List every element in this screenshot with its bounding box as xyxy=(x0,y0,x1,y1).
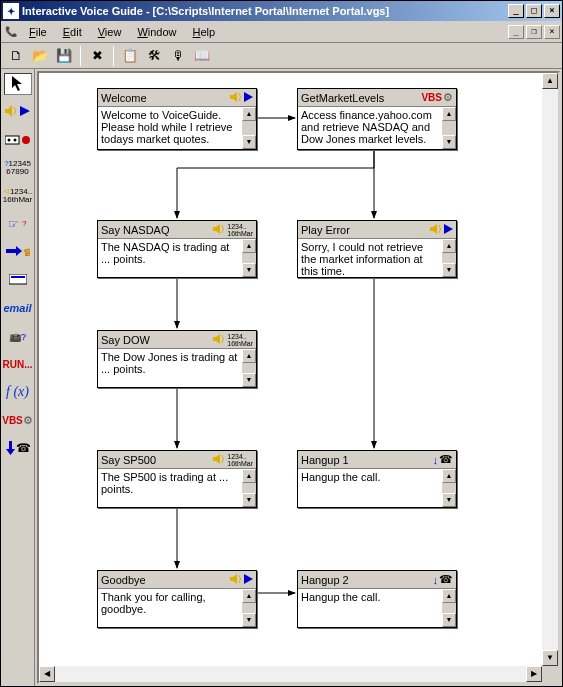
svg-rect-11 xyxy=(9,274,27,284)
screen-icon xyxy=(9,274,27,286)
svg-marker-23 xyxy=(244,92,253,102)
gear-icon: ⚙ xyxy=(443,91,453,104)
palette-screen[interactable] xyxy=(4,269,32,291)
mdi-close-button[interactable]: × xyxy=(544,25,560,39)
svg-marker-9 xyxy=(6,246,22,256)
scroll-right-button[interactable]: ▶ xyxy=(526,666,542,682)
palette-run[interactable]: RUN... xyxy=(4,353,32,375)
tool-palette: ?1234567890 ⊲1234..16thMar ☞? ☎ email 📠?… xyxy=(1,69,35,686)
svg-marker-30 xyxy=(244,574,253,584)
svg-text:☎: ☎ xyxy=(23,247,30,258)
node-saydow[interactable]: Say DOW 1234..16thMar The Dow Jones is t… xyxy=(97,330,257,388)
vbs-badge: VBS xyxy=(421,92,442,103)
vbs-label: VBS xyxy=(2,415,23,426)
settings-button[interactable]: 📋 xyxy=(119,45,141,66)
scroll-corner xyxy=(542,666,558,682)
node-body: The SP500 is trading at ... points. xyxy=(101,471,238,495)
toolbar-separator xyxy=(80,46,81,66)
node-scroll[interactable]: ▲▼ xyxy=(242,349,256,387)
palette-fax[interactable]: 📠? xyxy=(4,325,32,347)
open-button[interactable]: 📂 xyxy=(29,45,51,66)
palette-vbs[interactable]: VBS⚙ xyxy=(4,409,32,431)
speaker-icon xyxy=(230,92,243,104)
palette-digits-question[interactable]: ?1234567890 xyxy=(4,157,32,179)
tools-button[interactable]: 🛠 xyxy=(143,45,165,66)
new-button[interactable]: 🗋 xyxy=(5,45,27,66)
node-scroll[interactable]: ▲▼ xyxy=(242,107,256,149)
scroll-left-button[interactable]: ◀ xyxy=(39,666,55,682)
node-title: Hangup 1 xyxy=(301,454,433,466)
toolbar: 🗋 📂 💾 ✖ 📋 🛠 🎙 📖 xyxy=(1,43,562,69)
node-playerror[interactable]: Play Error Sorry, I could not retrieve t… xyxy=(297,220,457,278)
svg-point-6 xyxy=(22,136,30,144)
work-area: ?1234567890 ⊲1234..16thMar ☞? ☎ email 📠?… xyxy=(1,69,562,686)
node-hangup1[interactable]: Hangup 1 ↓ ☎ Hangup the call. ▲▼ xyxy=(297,450,457,508)
node-scroll[interactable]: ▲▼ xyxy=(442,589,456,627)
svg-text:☎: ☎ xyxy=(16,441,30,455)
title-bar: ✦ Interactive Voice Guide - [C:\Scripts\… xyxy=(1,1,562,21)
maximize-button[interactable]: □ xyxy=(526,4,542,18)
node-hangup2[interactable]: Hangup 2 ↓ ☎ Hangup the call. ▲▼ xyxy=(297,570,457,628)
delete-button[interactable]: ✖ xyxy=(86,45,108,66)
minimize-button[interactable]: _ xyxy=(508,4,524,18)
scroll-track[interactable] xyxy=(55,666,526,682)
node-welcome[interactable]: Welcome Welcome to VoiceGuide. Please ho… xyxy=(97,88,257,150)
scroll-down-button[interactable]: ▼ xyxy=(542,650,558,666)
node-scroll[interactable]: ▲▼ xyxy=(242,469,256,507)
palette-email[interactable]: email xyxy=(4,297,32,319)
svg-text:☞: ☞ xyxy=(8,218,19,230)
app-icon: ✦ xyxy=(3,3,19,19)
palette-point[interactable]: ☞? xyxy=(4,213,32,235)
palette-transfer[interactable]: ☎ xyxy=(4,241,32,263)
menu-window[interactable]: Window xyxy=(129,24,184,40)
node-title: Play Error xyxy=(301,224,430,236)
menu-file[interactable]: File xyxy=(21,24,55,40)
svg-marker-28 xyxy=(213,454,220,464)
arrow-tool[interactable] xyxy=(4,73,32,95)
book-button[interactable]: 📖 xyxy=(191,45,213,66)
palette-record[interactable] xyxy=(4,129,32,151)
node-scroll[interactable]: ▲▼ xyxy=(442,469,456,507)
speaker-icon xyxy=(230,574,243,586)
scroll-track[interactable] xyxy=(542,89,558,650)
vertical-scrollbar[interactable]: ▲ ▼ xyxy=(542,73,558,666)
node-getmarketlevels[interactable]: GetMarketLevels VBS ⚙ Access finance.yah… xyxy=(297,88,457,150)
phone-icon: ☎ xyxy=(439,453,453,466)
menu-view[interactable]: View xyxy=(90,24,130,40)
hangup-icon: ☎ xyxy=(6,441,30,455)
digits-icon: 1234..16thMar xyxy=(227,333,253,347)
node-scroll[interactable]: ▲▼ xyxy=(442,239,456,277)
horizontal-scrollbar[interactable]: ◀ ▶ xyxy=(39,666,542,682)
speaker-icon xyxy=(213,334,226,346)
mdi-restore-button[interactable]: ❐ xyxy=(526,25,542,39)
palette-digits-date[interactable]: ⊲1234..16thMar xyxy=(4,185,32,207)
svg-marker-24 xyxy=(213,224,220,234)
menu-bar: 📞 File Edit View Window Help _ ❐ × xyxy=(1,21,562,43)
node-scroll[interactable]: ▲▼ xyxy=(242,239,256,277)
arrow-down-icon: ↓ xyxy=(433,574,439,586)
save-button[interactable]: 💾 xyxy=(53,45,75,66)
node-title: Hangup 2 xyxy=(301,574,433,586)
node-saynasdaq[interactable]: Say NASDAQ 1234..16thMar The NASDAQ is t… xyxy=(97,220,257,278)
node-saysp500[interactable]: Say SP500 1234..16thMar The SP500 is tra… xyxy=(97,450,257,508)
palette-fx[interactable]: f (x) xyxy=(4,381,32,403)
canvas[interactable]: Welcome Welcome to VoiceGuide. Please ho… xyxy=(37,71,560,684)
palette-hangup[interactable]: ☎ xyxy=(4,437,32,459)
node-body: Hangup the call. xyxy=(301,591,438,603)
mdi-minimize-button[interactable]: _ xyxy=(508,25,524,39)
close-button[interactable]: × xyxy=(544,4,560,18)
svg-marker-1 xyxy=(5,105,12,117)
node-scroll[interactable]: ▲▼ xyxy=(442,107,456,149)
menu-help[interactable]: Help xyxy=(185,24,224,40)
fx-label: f (x) xyxy=(6,384,29,400)
node-scroll[interactable]: ▲▼ xyxy=(242,589,256,627)
svg-marker-27 xyxy=(213,334,220,344)
svg-marker-22 xyxy=(230,92,237,102)
svg-marker-26 xyxy=(444,224,453,234)
node-goodbye[interactable]: Goodbye Thank you for calling, goodbye. … xyxy=(97,570,257,628)
menu-edit[interactable]: Edit xyxy=(55,24,90,40)
record-tool-button[interactable]: 🎙 xyxy=(167,45,189,66)
palette-speak-play[interactable] xyxy=(4,101,32,123)
play-icon xyxy=(244,574,253,586)
scroll-up-button[interactable]: ▲ xyxy=(542,73,558,89)
